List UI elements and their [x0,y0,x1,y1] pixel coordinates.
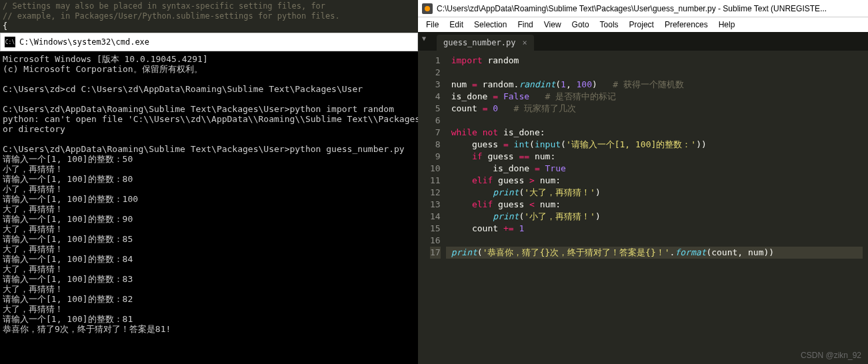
line-number: 14 [430,211,441,223]
code-line[interactable]: print('小了，再猜猜！') [451,211,863,223]
line-number: 10 [430,163,441,175]
hint-line: // example, in Packages/User/Python.subl… [3,11,415,21]
code-line[interactable]: import random [451,55,863,67]
line-number: 15 [430,223,441,235]
code-line[interactable] [451,115,863,127]
cmd-titlebar[interactable]: C:\ C:\Windows\system32\cmd.exe [0,33,418,51]
line-number: 9 [430,151,441,163]
code-line[interactable]: count = 0 # 玩家猜了几次 [451,103,863,115]
line-number: 16 [430,235,441,247]
code-line[interactable]: count += 1 [451,223,863,235]
line-number: 7 [430,127,441,139]
line-number: 11 [430,175,441,187]
brace: { [3,21,415,31]
code-line[interactable]: print('大了，再猜猜！') [451,187,863,199]
code-line[interactable]: is_done = False # 是否猜中的标记 [451,91,863,103]
code-line[interactable]: num = random.randint(1, 100) # 获得一个随机数 [451,79,863,91]
menu-item-file[interactable]: File [421,20,444,29]
right-pane: C:\Users\zd\AppData\Roaming\Sublime Text… [418,0,868,364]
code-line[interactable] [451,67,863,79]
menu-item-tools[interactable]: Tools [595,20,624,29]
line-number: 1 [430,55,441,67]
code-content[interactable]: import random num = random.randint(1, 10… [446,51,868,351]
code-line[interactable]: elif guess < num: [451,199,863,211]
menu-item-view[interactable]: View [539,20,567,29]
background-editor-hint: / Settings may also be placed in syntax-… [0,0,418,33]
left-pane: / Settings may also be placed in syntax-… [0,0,418,364]
tab-bar: ▼ guess_number.py × [418,32,868,51]
hint-line: / Settings may also be placed in syntax-… [3,1,415,11]
menu-item-edit[interactable]: Edit [444,20,469,29]
cmd-title-text: C:\Windows\system32\cmd.exe [19,37,149,47]
code-line[interactable] [451,235,863,247]
line-number: 6 [430,115,441,127]
sublime-titlebar[interactable]: C:\Users\zd\AppData\Roaming\Sublime Text… [418,0,868,17]
code-line[interactable]: guess = int(input('请输入一个[1, 100]的整数：')) [451,139,863,151]
menu-item-project[interactable]: Project [624,20,659,29]
line-number: 8 [430,139,441,151]
cmd-output[interactable]: Microsoft Windows [版本 10.0.19045.4291] (… [0,51,418,364]
gutter: 1234567891011121314151617 [418,51,446,351]
line-number: 17 [430,247,441,259]
close-icon[interactable]: × [522,38,527,47]
line-number: 12 [430,187,441,199]
tab-guess-number[interactable]: guess_number.py × [437,35,534,51]
tab-dropdown-icon[interactable]: ▼ [422,35,426,42]
menu-bar: FileEditSelectionFindViewGotoToolsProjec… [418,17,868,32]
menu-item-find[interactable]: Find [512,20,538,29]
code-line[interactable]: is_done = True [451,163,863,175]
menu-item-goto[interactable]: Goto [567,20,595,29]
sublime-title-text: C:\Users\zd\AppData\Roaming\Sublime Text… [437,4,827,13]
sublime-icon [422,3,433,14]
code-line[interactable]: if guess == num: [451,151,863,163]
line-number: 3 [430,79,441,91]
code-line[interactable]: while not is_done: [451,127,863,139]
line-number: 13 [430,199,441,211]
line-number: 2 [430,67,441,79]
watermark: CSDN @zikn_92 [801,351,861,360]
code-area[interactable]: 1234567891011121314151617 import random … [418,51,868,351]
tab-label: guess_number.py [443,38,515,47]
menu-item-selection[interactable]: Selection [469,20,512,29]
line-number: 5 [430,103,441,115]
code-line[interactable]: print('恭喜你，猜了{}次，终于猜对了！答案是{}！'.format(co… [446,247,863,259]
line-number: 4 [430,91,441,103]
code-line[interactable]: elif guess > num: [451,175,863,187]
cmd-icon: C:\ [5,37,15,47]
menu-item-help[interactable]: Help [713,20,741,29]
menu-item-preferences[interactable]: Preferences [659,20,713,29]
